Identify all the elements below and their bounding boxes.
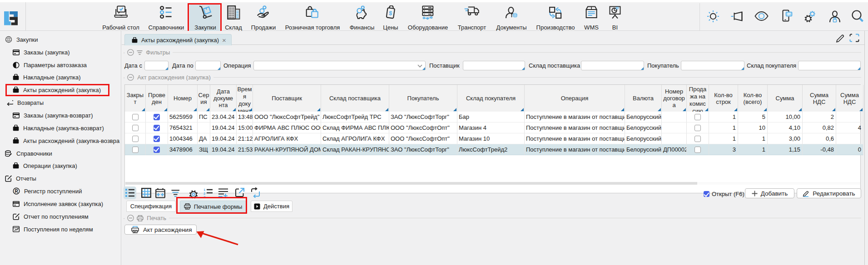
svg-text:$: $ bbox=[388, 10, 393, 17]
svg-text:R: R bbox=[15, 189, 18, 194]
